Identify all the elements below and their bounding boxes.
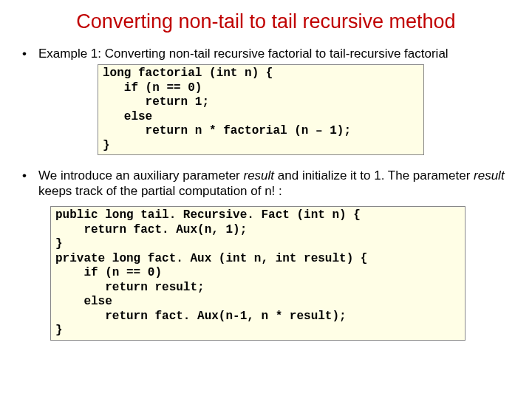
code-block-factorial: long factorial (int n) { if (n == 0) ret… <box>98 64 424 155</box>
bullet-2-text: We introduce an auxiliary parameter resu… <box>38 168 511 199</box>
bullet-dot: • <box>21 168 38 183</box>
bullet-2-pre: We introduce an auxiliary parameter <box>38 168 244 183</box>
slide: Converting non-tail to tail recursive me… <box>0 0 532 399</box>
bullet-2-em2: result <box>474 168 505 183</box>
spacer <box>21 155 511 168</box>
bullet-2-em1: result <box>244 168 275 183</box>
bullet-1: • Example 1: Converting non-tail recursi… <box>21 47 511 61</box>
bullet-dot: • <box>21 47 38 61</box>
bullet-2: • We introduce an auxiliary parameter re… <box>21 168 511 199</box>
code-block-tail-recursive: public long tail. Recursive. Fact (int n… <box>50 206 466 341</box>
bullet-2-mid: and initialize it to 1. The parameter <box>274 168 474 183</box>
bullet-2-post: keeps track of the partial computation o… <box>38 184 282 198</box>
bullet-1-text: Example 1: Converting non-tail recursive… <box>38 47 511 61</box>
slide-title: Converting non-tail to tail recursive me… <box>21 10 511 33</box>
